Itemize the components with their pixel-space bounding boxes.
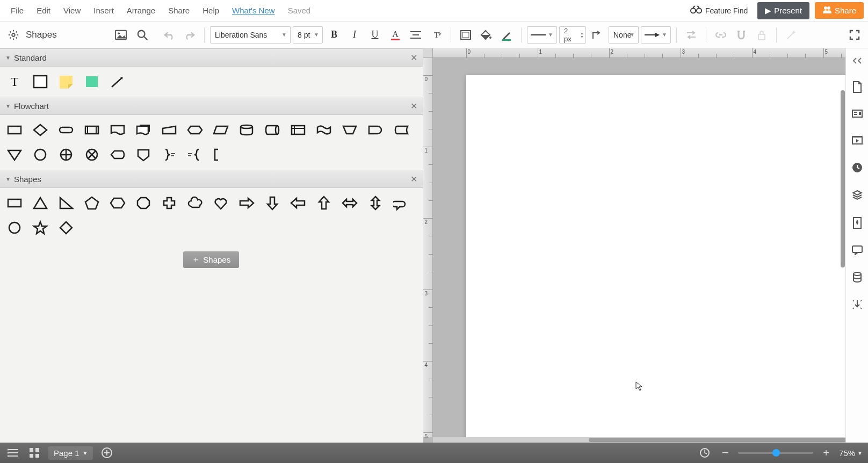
share-button[interactable]: Share (815, 2, 864, 19)
menu-arrange[interactable]: Arrange (120, 3, 162, 18)
shape-stored-data[interactable] (391, 120, 411, 140)
menu-insert[interactable]: Insert (87, 3, 120, 18)
undo-button[interactable] (160, 26, 178, 44)
line-style-select[interactable]: ▼ (527, 26, 557, 44)
border-color-button[interactable] (497, 26, 516, 44)
arrow-start-select[interactable]: None ▼ (609, 26, 639, 44)
shape-multidoc[interactable] (133, 120, 154, 140)
menu-file[interactable]: File (4, 3, 30, 18)
comment-icon[interactable] (852, 110, 863, 121)
canvas-area[interactable]: 0123456789 012345 (423, 48, 846, 443)
shape-callout[interactable] (391, 193, 411, 213)
collapse-rail-icon[interactable] (852, 57, 863, 66)
shape-delay[interactable] (365, 120, 386, 140)
shape-left-right-arrow[interactable] (339, 193, 360, 213)
chat-icon[interactable] (852, 245, 863, 257)
sync-icon[interactable] (697, 445, 712, 460)
shape-diamond[interactable] (56, 218, 76, 237)
lock-button[interactable] (753, 26, 771, 44)
zoom-slider-knob[interactable] (772, 449, 780, 457)
shape-direct-data[interactable] (262, 120, 283, 140)
shape-database[interactable] (236, 120, 257, 140)
shape-line[interactable] (107, 72, 128, 91)
scrollbar-horizontal[interactable] (433, 437, 846, 443)
shape-pentagon[interactable] (82, 193, 102, 213)
feature-find-button[interactable]: Feature Find (686, 3, 752, 18)
shape-connector[interactable] (30, 145, 50, 164)
shape-circle[interactable] (4, 218, 25, 237)
canvas-viewport[interactable] (433, 58, 846, 437)
line-routing-button[interactable] (588, 26, 606, 44)
shape-note[interactable] (56, 72, 76, 91)
shape-decision[interactable] (30, 120, 50, 140)
shape-preparation[interactable] (185, 120, 205, 140)
text-direction-button[interactable]: T (427, 26, 445, 44)
shape-rectangle[interactable] (4, 193, 25, 213)
menu-edit[interactable]: Edit (30, 3, 57, 18)
text-color-button[interactable]: A (386, 26, 404, 44)
shape-off-page[interactable] (133, 145, 154, 164)
link-button[interactable] (712, 26, 730, 44)
actions-icon[interactable] (852, 299, 863, 312)
shape-up-down-arrow[interactable] (365, 193, 386, 213)
magnet-button[interactable] (732, 26, 750, 44)
bold-button[interactable]: B (325, 26, 343, 44)
shape-brace-right[interactable] (159, 145, 179, 164)
shape-up-arrow[interactable] (314, 193, 334, 213)
zoom-value[interactable]: 75% ▼ (839, 448, 863, 458)
shape-octagon[interactable] (133, 193, 154, 213)
group-standard-header[interactable]: ▼ Standard ✕ (0, 48, 423, 67)
more-shapes-button[interactable]: ＋ Shapes (183, 251, 239, 268)
group-shapes-header[interactable]: ▼ Shapes ✕ (0, 170, 423, 188)
shape-left-arrow[interactable] (288, 193, 308, 213)
shape-right-arrow[interactable] (236, 193, 257, 213)
fill-color-button[interactable] (477, 26, 495, 44)
presentation-icon[interactable] (852, 136, 863, 147)
shape-document[interactable] (107, 120, 128, 140)
shape-summing[interactable] (82, 145, 102, 164)
underline-button[interactable]: U (366, 26, 384, 44)
zoom-slider[interactable] (738, 452, 813, 454)
image-icon[interactable] (112, 26, 130, 44)
shape-merge[interactable] (4, 145, 25, 164)
shape-brace-left[interactable] (185, 145, 205, 164)
text-align-button[interactable] (407, 26, 425, 44)
fullscreen-button[interactable] (845, 26, 864, 44)
font-size-select[interactable]: 8 pt ▼ (293, 26, 323, 44)
zoom-in-button[interactable]: + (819, 445, 834, 460)
page-tab[interactable]: Page 1 ▼ (48, 446, 93, 460)
layers-icon[interactable] (852, 190, 863, 202)
scrollbar-thumb[interactable] (589, 438, 846, 442)
add-page-button[interactable] (99, 445, 114, 460)
shape-note-shape[interactable] (211, 145, 231, 164)
close-icon[interactable]: ✕ (410, 101, 417, 111)
shape-manual-input[interactable] (159, 120, 179, 140)
shape-style-button[interactable] (457, 26, 475, 44)
gear-icon[interactable] (4, 26, 23, 44)
shape-cloud[interactable] (185, 193, 205, 213)
shape-star[interactable] (30, 218, 50, 237)
font-family-select[interactable]: Liberation Sans ▼ (210, 26, 291, 44)
shape-terminator[interactable] (56, 120, 76, 140)
redo-button[interactable] (180, 26, 199, 44)
group-flowchart-header[interactable]: ▼ Flowchart ✕ (0, 97, 423, 115)
shape-paper-tape[interactable] (314, 120, 334, 140)
italic-button[interactable]: I (345, 26, 364, 44)
grid-view-icon[interactable] (27, 445, 42, 460)
shape-text[interactable]: T (4, 72, 25, 91)
menu-whats-new[interactable]: What's New (226, 3, 281, 18)
magic-button[interactable] (782, 26, 800, 44)
shape-manual-op[interactable] (339, 120, 360, 140)
close-icon[interactable]: ✕ (410, 174, 417, 184)
theme-icon[interactable] (852, 217, 862, 230)
scrollbar-thumb[interactable] (841, 90, 845, 267)
present-button[interactable]: ▶ Present (757, 2, 809, 19)
shape-right-triangle[interactable] (56, 193, 76, 213)
shape-predefined[interactable] (82, 120, 102, 140)
shape-internal-storage[interactable] (288, 120, 308, 140)
swap-button[interactable] (682, 26, 700, 44)
line-width-select[interactable]: 2 px ▲▼ (559, 26, 586, 44)
close-icon[interactable]: ✕ (410, 53, 417, 63)
page-icon[interactable] (852, 81, 862, 95)
shape-data[interactable] (211, 120, 231, 140)
